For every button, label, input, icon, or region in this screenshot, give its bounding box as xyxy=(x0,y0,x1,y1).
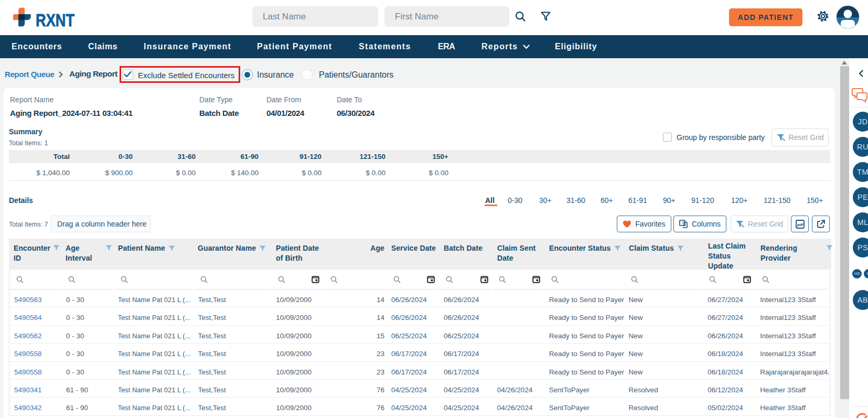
svg-text:pdf: pdf xyxy=(797,222,803,227)
svg-text:RXNT: RXNT xyxy=(36,10,74,30)
